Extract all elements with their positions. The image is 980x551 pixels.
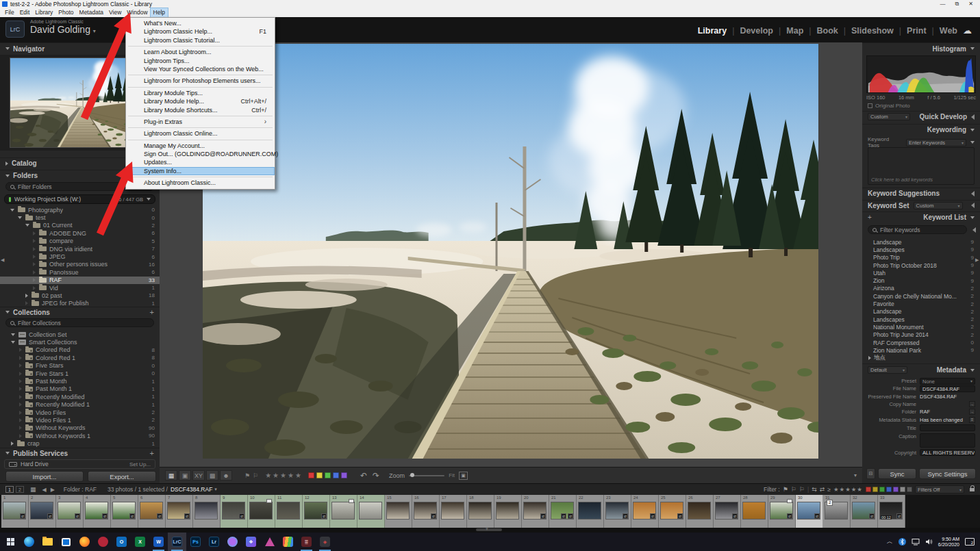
import-button[interactable]: Import... bbox=[5, 471, 84, 482]
menubar-item-edit[interactable]: Edit bbox=[17, 8, 33, 17]
color-label-button[interactable] bbox=[325, 472, 331, 478]
folder-row[interactable]: 02 past18 bbox=[0, 292, 160, 299]
keyword-row[interactable]: Canyon de Chelly National Mo...2 bbox=[862, 292, 980, 300]
disclosure-triangle-icon[interactable] bbox=[11, 441, 14, 446]
sync-toggle-icon[interactable]: ⊟ bbox=[866, 468, 875, 479]
filmstrip-thumbnail[interactable]: 19 bbox=[494, 495, 522, 528]
keyword-row[interactable]: Landscape9 bbox=[862, 238, 980, 246]
go-forward-icon[interactable]: ▶ bbox=[51, 487, 55, 493]
volume-bar[interactable]: Working Project Disk (W:) 216 / 447 GB bbox=[4, 194, 155, 204]
add-publish-service-icon[interactable]: + bbox=[150, 449, 154, 457]
keyword-tags-select[interactable]: Enter Keywords▾ bbox=[906, 139, 966, 146]
keyword-row[interactable]: 地点 bbox=[862, 354, 980, 361]
identity-dropdown-icon[interactable]: ▾ bbox=[93, 28, 96, 34]
export-button[interactable]: Export... bbox=[88, 471, 156, 482]
menu-item-lightroom-classic-tutorial[interactable]: Lightroom Classic Tutorial... bbox=[126, 36, 275, 44]
keyword-row[interactable]: RAF Compressed0 bbox=[862, 339, 980, 346]
collection-row[interactable]: Without Keywords90 bbox=[0, 424, 160, 432]
menu-item-lightroom-for-photoshop-elements-users[interactable]: Lightroom for Photoshop Elements users..… bbox=[126, 77, 275, 85]
collections-header[interactable]: Collections + bbox=[0, 307, 160, 317]
add-keyword-icon[interactable]: + bbox=[868, 214, 872, 221]
filmstrip-thumbnail[interactable]: 2⇄ bbox=[29, 495, 56, 528]
filters-preset-select[interactable]: Filters Off▾ bbox=[915, 485, 964, 494]
taskbar-icon-lightroom[interactable]: Lr bbox=[205, 533, 223, 551]
keyword-row[interactable]: Utah9 bbox=[862, 269, 980, 277]
menu-item-about-lightroom-classic[interactable]: About Lightroom Classic... bbox=[126, 179, 275, 187]
collection-row[interactable]: crap1 bbox=[0, 439, 160, 447]
taskbar-icon-app-cube[interactable]: ❖ bbox=[242, 533, 260, 551]
collection-row[interactable]: Five Stars0 bbox=[0, 362, 160, 370]
folder-row[interactable]: Vid1 bbox=[0, 284, 160, 292]
color-label-button[interactable] bbox=[341, 472, 347, 478]
filmstrip-thumbnail[interactable]: 23⇄ bbox=[604, 495, 631, 528]
collection-row[interactable]: Past Month1 bbox=[0, 377, 160, 385]
menubar-item-view[interactable]: View bbox=[106, 8, 124, 17]
source-dropdown-icon[interactable]: ▾ bbox=[214, 487, 217, 492]
taskbar-icon-quicken[interactable] bbox=[94, 533, 112, 551]
taskbar-icon-app-dark-red[interactable]: ≣ bbox=[297, 533, 316, 551]
filmstrip-thumbnail[interactable]: 25⇄ bbox=[659, 495, 686, 528]
speaker-icon[interactable] bbox=[925, 538, 933, 546]
filmstrip-thumbnail[interactable]: 5⇄ bbox=[111, 495, 138, 528]
filmstrip-thumbnail[interactable]: 1⇄ bbox=[1, 495, 29, 528]
menubar-item-window[interactable]: Window bbox=[124, 8, 150, 17]
filmstrip-thumbnail[interactable]: 18 bbox=[467, 495, 494, 528]
filmstrip-thumbnail[interactable]: 3⇄ bbox=[56, 495, 84, 528]
menu-item-updates[interactable]: Updates... bbox=[126, 158, 275, 166]
keyword-row[interactable]: Landscapes2 bbox=[862, 316, 980, 323]
unflagged-icon[interactable]: ⚐ bbox=[791, 486, 796, 493]
network-icon[interactable] bbox=[912, 538, 920, 546]
collection-row[interactable]: Without Keywords 190 bbox=[0, 432, 160, 439]
module-tab-library[interactable]: Library bbox=[698, 26, 727, 36]
filmstrip-thumbnail[interactable]: 27⇄ bbox=[714, 495, 741, 528]
menubar-item-help[interactable]: Help bbox=[151, 8, 168, 17]
publish-service-setup[interactable]: Set Up... bbox=[129, 461, 151, 467]
module-tab-develop[interactable]: Develop bbox=[740, 26, 773, 36]
filmstrip-thumbnail[interactable]: 10 bbox=[248, 495, 275, 528]
taskbar-clock[interactable]: 9:50 AM 6/20/2020 bbox=[938, 537, 959, 548]
sort-toggle-icon[interactable]: ⇄ bbox=[820, 486, 825, 493]
filmstrip-thumbnail[interactable]: 8 bbox=[193, 495, 221, 528]
keyword-row[interactable]: Zion9 bbox=[862, 277, 980, 284]
filmstrip-thumbnail[interactable]: 6⇄ bbox=[138, 495, 166, 528]
taskbar-icon-word[interactable]: W bbox=[149, 533, 168, 551]
collection-row[interactable]: Recently Modified 11 bbox=[0, 401, 160, 409]
quick-develop-header[interactable]: Custom▾ Quick Develop bbox=[862, 111, 980, 122]
filmstrip-thumbnail[interactable]: 14 bbox=[357, 495, 385, 528]
histogram-chart[interactable] bbox=[866, 55, 976, 93]
compare-toggle-icon[interactable]: ⇆ bbox=[812, 486, 817, 493]
folder-row[interactable]: JPEG6 bbox=[0, 253, 160, 260]
folder-row[interactable]: test0 bbox=[0, 214, 160, 221]
metadata-value[interactable] bbox=[920, 433, 975, 448]
main-window-button[interactable]: 1 bbox=[5, 486, 14, 493]
folder-row[interactable]: DNG via iridient7 bbox=[0, 245, 160, 253]
taskbar-icon-photoshop[interactable]: Ps bbox=[186, 533, 205, 551]
taskbar-icon-lightroom-classic[interactable]: LrC bbox=[168, 533, 186, 551]
collection-row[interactable]: Smart Collections bbox=[0, 338, 160, 346]
filmstrip-thumbnail[interactable]: 29⇄ bbox=[768, 495, 796, 528]
disclosure-triangle-icon[interactable] bbox=[18, 216, 22, 219]
metadata-status-icon[interactable]: ≡ bbox=[969, 417, 975, 423]
sync-settings-button[interactable]: Sync Settings bbox=[919, 468, 976, 479]
filmstrip-thumbnail[interactable]: 22 bbox=[577, 495, 604, 528]
keyword-row[interactable]: Photo Trip June 20142 bbox=[862, 331, 980, 339]
keywording-header[interactable]: Keywording bbox=[862, 124, 980, 135]
identity-user-name[interactable]: David Golding bbox=[30, 24, 90, 35]
keyword-row[interactable]: National Monument2 bbox=[862, 323, 980, 331]
filmstrip-thumbnail[interactable]: 26 bbox=[686, 495, 714, 528]
filmstrip-thumbnail[interactable]: 4⇄ bbox=[84, 495, 111, 528]
filmstrip-source[interactable]: Folder : RAF bbox=[64, 486, 97, 493]
menu-item-lightroom-classic-online[interactable]: Lightroom Classic Online... bbox=[126, 129, 275, 138]
pick-flag-icon[interactable]: ⚑ bbox=[244, 472, 250, 479]
metadata-action-icon[interactable]: → bbox=[969, 409, 975, 415]
filmstrip-thumbnail[interactable]: 21⇄⇄ bbox=[549, 495, 577, 528]
filmstrip-thumbnail[interactable]: 33⇄00:12 bbox=[878, 495, 905, 528]
menu-item-library-module-tips[interactable]: Library Module Tips... bbox=[126, 89, 275, 97]
metadata-header[interactable]: Default▾ Metadata bbox=[862, 363, 980, 376]
zoom-fit-label[interactable]: Fit bbox=[449, 472, 455, 478]
filter-color-label[interactable] bbox=[866, 487, 871, 492]
folder-row[interactable]: 01 Current2 bbox=[0, 222, 160, 229]
filmstrip-toggle-icon[interactable]: ▼ bbox=[485, 527, 489, 531]
filmstrip-thumbnail[interactable]: 11 bbox=[275, 495, 303, 528]
menu-item-view-your-synced-collections-on-the-web[interactable]: View Your Synced Collections on the Web.… bbox=[126, 65, 275, 73]
